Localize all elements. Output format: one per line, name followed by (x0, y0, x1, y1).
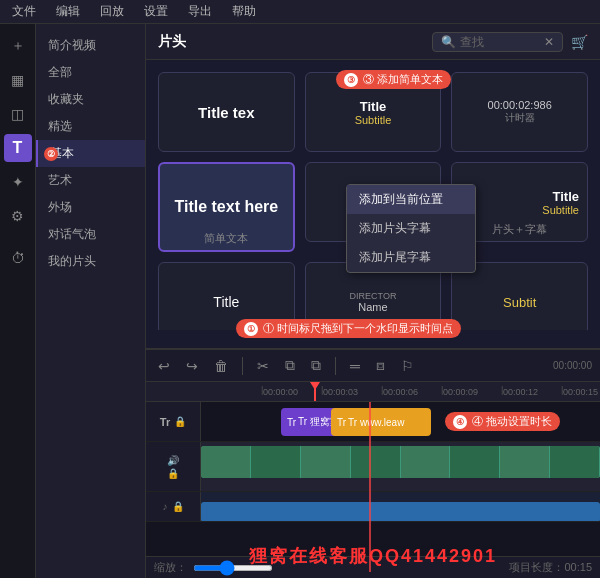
content-area: 片头 🔍 ✕ 🛒 Title tex Title Subtitle (146, 24, 600, 578)
main-layout: ＋ ▦ ◫ T ✦ ⚙ ⏱ 简介视频 全部 收藏夹 精选 基本 ② 艺术 外场 … (0, 24, 600, 578)
sidebar-icon-clock[interactable]: ⏱ (4, 244, 32, 272)
card1-text: Title tex (198, 104, 254, 121)
marker-button[interactable]: ⚐ (397, 356, 418, 376)
playhead-head (310, 382, 320, 390)
search-icon: 🔍 (441, 35, 456, 49)
card6-title: Title (542, 189, 579, 204)
sidebar-icon-transition[interactable]: ◫ (4, 100, 32, 128)
card3-content: 00:00:02:986 计时器 (488, 99, 552, 125)
sidebar-icon-tools[interactable]: ⚙ (4, 202, 32, 230)
content-title: 片头 (158, 33, 186, 51)
toolbar-time: 00:00:00 (553, 360, 592, 371)
context-menu-item-1[interactable]: 添加到当前位置 (347, 185, 475, 214)
sidebar-icon-title[interactable]: T (4, 134, 32, 162)
sidebar-icon-add[interactable]: ＋ (4, 32, 32, 60)
left-panel-all[interactable]: 全部 (36, 59, 145, 86)
menu-bar: 文件 编辑 回放 设置 导出 帮助 (0, 0, 600, 24)
copy-button[interactable]: ⧉ (281, 355, 299, 376)
toolbar-separator-1 (242, 357, 243, 375)
annotation1-text: ① 时间标尺拖到下一个水印显示时间点 (263, 321, 453, 336)
left-panel: 简介视频 全部 收藏夹 精选 基本 ② 艺术 外场 对话气泡 我的片头 (36, 24, 146, 578)
search-clear-icon[interactable]: ✕ (544, 35, 554, 49)
video-frames (201, 446, 600, 478)
annotation-1: ① ① 时间标尺拖到下一个水印显示时间点 (236, 319, 461, 338)
frame-6 (450, 446, 500, 478)
track-content-audio (201, 492, 600, 521)
track-row-audio: ♪ 🔒 (146, 492, 600, 522)
undo-button[interactable]: ↩ (154, 356, 174, 376)
card2-subtitle: Subtitle (355, 114, 392, 126)
card6-content: Title Subtitle (542, 189, 579, 216)
card8-content: Director Name (350, 291, 397, 313)
context-menu-item-2[interactable]: 添加片头字幕 (347, 214, 475, 243)
left-panel-outdoor[interactable]: 外场 (36, 194, 145, 221)
timeline-ruler: 00:00:00 00:00:03 00:00:06 00:00:09 00:0… (146, 382, 600, 402)
footer-zoom-label: 缩放： (154, 560, 187, 575)
track-label-title: Tr 🔒 (146, 402, 201, 441)
left-panel-art[interactable]: 艺术 (36, 167, 145, 194)
clip2-label: Tr www.leaw (348, 417, 404, 428)
timeline-area: ↩ ↪ 🗑 ✂ ⧉ ⧉ ═ ⧈ ⚐ 00:00:00 00:00:00 00:0 (146, 348, 600, 578)
ruler-mark-4: 00:00:12 (501, 387, 561, 397)
watermark-text: 狸窝在线客服QQ41442901 (249, 544, 497, 568)
card9-text: Subtit (503, 295, 536, 310)
sidebar-icons: ＋ ▦ ◫ T ✦ ⚙ ⏱ (0, 24, 36, 578)
video-clip[interactable] (201, 446, 600, 478)
context-menu-item-3[interactable]: 添加片尾字幕 (347, 243, 475, 272)
ruler-mark-1: 00:00:03 (321, 387, 381, 397)
annotation3-text: ③ 添加简单文本 (363, 72, 443, 87)
sidebar-icon-media[interactable]: ▦ (4, 66, 32, 94)
left-panel-basic[interactable]: 基本 ② (36, 140, 145, 167)
frame-8 (550, 446, 600, 478)
title-card-3[interactable]: 00:00:02:986 计时器 (451, 72, 588, 152)
card6-subtitle: Subtitle (542, 204, 579, 216)
frame-3 (301, 446, 351, 478)
context-menu: 添加到当前位置 添加片头字幕 添加片尾字幕 (346, 184, 476, 273)
content-header: 片头 🔍 ✕ 🛒 (146, 24, 600, 60)
cart-icon[interactable]: 🛒 (571, 34, 588, 50)
title-card-4[interactable]: Title text here 简单文本 (158, 162, 295, 252)
card3-time: 00:00:02:986 (488, 99, 552, 111)
title-card-1[interactable]: Title tex (158, 72, 295, 152)
badge-2: ② (44, 147, 58, 161)
menu-item-file[interactable]: 文件 (8, 1, 40, 22)
frame-2 (251, 446, 301, 478)
group-button[interactable]: ⧈ (372, 355, 389, 376)
split-button[interactable]: ═ (346, 356, 364, 376)
ruler-mark-2: 00:00:06 (381, 387, 441, 397)
card8-dir-label: Director (350, 291, 397, 301)
search-input[interactable] (460, 35, 540, 49)
menu-item-playback[interactable]: 回放 (96, 1, 128, 22)
search-box: 🔍 ✕ (432, 32, 563, 52)
annotation4-text: ④ 拖动设置时长 (472, 414, 552, 429)
left-panel-my[interactable]: 我的片头 (36, 248, 145, 275)
card7-text: Title (213, 294, 239, 310)
card8-dir-name: Name (350, 301, 397, 313)
frame-7 (500, 446, 550, 478)
track-label-video: 🔊 🔒 (146, 442, 201, 491)
footer-project-info: 项目长度：00:15 (509, 560, 592, 575)
track-row-video: 🔊 🔒 (146, 442, 600, 492)
card2-content: Title Subtitle (355, 99, 392, 126)
menu-item-edit[interactable]: 编辑 (52, 1, 84, 22)
cut-button[interactable]: ✂ (253, 356, 273, 376)
left-panel-featured[interactable]: 精选 (36, 113, 145, 140)
left-panel-bubble[interactable]: 对话气泡 (36, 221, 145, 248)
annotation-3: ③ ③ 添加简单文本 (336, 70, 451, 89)
title-clip-2[interactable]: Tr Tr www.leaw (331, 408, 431, 436)
frame-1 (201, 446, 251, 478)
card4-label: 简单文本 (160, 231, 293, 246)
paste-button[interactable]: ⧉ (307, 355, 325, 376)
menu-item-help[interactable]: 帮助 (228, 1, 260, 22)
menu-item-export[interactable]: 导出 (184, 1, 216, 22)
delete-button[interactable]: 🗑 (210, 356, 232, 376)
left-panel-favorites[interactable]: 收藏夹 (36, 86, 145, 113)
audio-clip[interactable] (201, 502, 600, 521)
left-panel-intro[interactable]: 简介视频 (36, 32, 145, 59)
ruler-mark-3: 00:00:09 (441, 387, 501, 397)
redo-button[interactable]: ↪ (182, 356, 202, 376)
sidebar-icon-effect[interactable]: ✦ (4, 168, 32, 196)
ruler-mark-5: 00:00:15 (561, 387, 600, 397)
menu-item-settings[interactable]: 设置 (140, 1, 172, 22)
card2-title: Title (355, 99, 392, 114)
